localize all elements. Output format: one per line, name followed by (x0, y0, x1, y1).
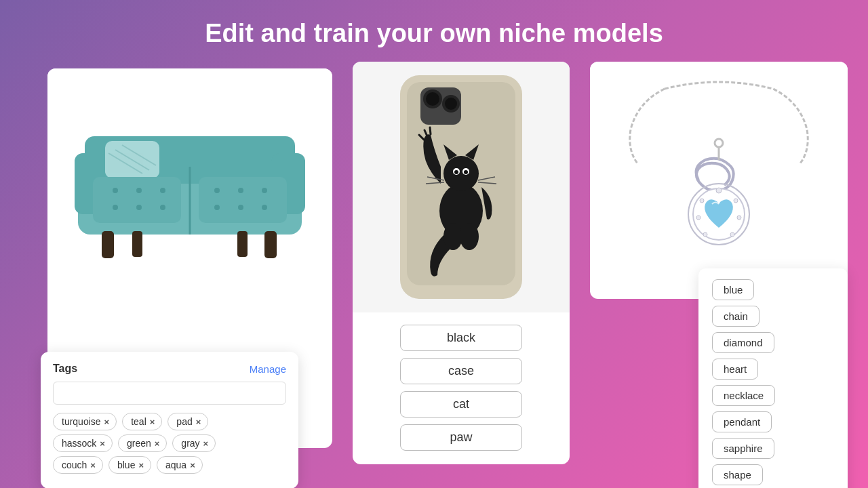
svg-point-58 (730, 232, 734, 237)
svg-point-24 (214, 205, 220, 210)
svg-point-33 (445, 98, 457, 110)
svg-point-23 (262, 188, 267, 193)
jewelry-tag-blue: blue (712, 279, 754, 300)
svg-point-52 (715, 139, 723, 147)
svg-point-59 (700, 199, 704, 203)
tag-hassock-remove[interactable]: × (100, 439, 105, 449)
tag-aqua-remove[interactable]: × (190, 460, 195, 470)
svg-point-46 (464, 170, 468, 174)
svg-point-20 (160, 205, 165, 210)
sofa-illustration (64, 85, 315, 268)
tags-panel: Tags Manage turquoise × teal × pad × (41, 352, 298, 488)
svg-point-25 (238, 205, 243, 210)
tag-blue-remove[interactable]: × (138, 460, 144, 470)
phone-tag-case: case (400, 358, 522, 384)
svg-rect-10 (132, 231, 142, 257)
tag-green-remove[interactable]: × (155, 439, 160, 449)
svg-point-57 (737, 216, 741, 220)
manage-link[interactable]: Manage (250, 363, 286, 375)
card-phone: black case cat paw (353, 62, 570, 464)
tag-hassock: hassock × (53, 434, 113, 452)
sofa-image (47, 68, 332, 285)
svg-point-55 (716, 188, 722, 193)
svg-point-22 (238, 188, 243, 193)
tag-pad-remove[interactable]: × (196, 417, 201, 427)
jewelry-tag-diamond: diamond (712, 332, 774, 353)
cards-row: Tags Manage turquoise × teal × pad × (47, 68, 821, 464)
jewelry-tags-panel: blue chain diamond heart necklace pendan… (698, 268, 848, 488)
card-sofa: Tags Manage turquoise × teal × pad × (47, 68, 332, 448)
tags-input[interactable] (53, 382, 286, 405)
svg-rect-9 (102, 231, 114, 258)
phone-case-illustration (387, 68, 536, 306)
tag-green: green × (118, 434, 167, 452)
svg-point-15 (113, 188, 118, 193)
necklace-illustration (610, 68, 827, 285)
phone-case-image (353, 62, 570, 312)
svg-point-31 (426, 92, 439, 106)
svg-point-35 (443, 156, 479, 191)
tag-pad: pad × (167, 413, 208, 430)
svg-point-17 (160, 188, 165, 193)
card-jewelry (590, 62, 848, 299)
tags-row-3: couch × blue × aqua × (53, 456, 286, 474)
svg-point-41 (443, 223, 462, 250)
tags-label: Tags (53, 363, 77, 375)
tag-gray-remove[interactable]: × (203, 439, 209, 449)
svg-point-21 (214, 188, 220, 193)
jewelry-tag-necklace: necklace (712, 385, 775, 406)
svg-point-16 (136, 188, 142, 193)
tag-turquoise-remove[interactable]: × (104, 417, 110, 427)
tag-couch-remove[interactable]: × (90, 460, 96, 470)
phone-tag-paw: paw (400, 424, 522, 451)
svg-point-26 (262, 205, 267, 210)
tag-teal-remove[interactable]: × (150, 417, 155, 427)
tags-row-2: hassock × green × gray × (53, 434, 286, 452)
svg-point-60 (696, 216, 701, 220)
phone-tags-list: black case cat paw (400, 325, 522, 451)
tag-aqua: aqua × (157, 456, 203, 474)
tag-turquoise: turquoise × (53, 413, 117, 430)
tag-gray: gray × (172, 434, 216, 452)
svg-point-42 (460, 223, 479, 250)
phone-tag-cat: cat (400, 391, 522, 418)
jewelry-image (590, 62, 848, 292)
jewelry-tag-chain: chain (712, 306, 760, 327)
jewelry-tag-shape: shape (712, 464, 763, 485)
phone-tag-black: black (400, 325, 522, 351)
svg-point-56 (734, 199, 738, 203)
svg-point-19 (136, 205, 142, 210)
svg-point-18 (113, 205, 118, 210)
jewelry-tag-pendant: pendant (712, 411, 772, 432)
tag-blue: blue × (108, 456, 151, 474)
svg-rect-12 (264, 231, 277, 258)
tags-header: Tags Manage (53, 363, 286, 375)
jewelry-tag-heart: heart (712, 359, 758, 380)
svg-point-45 (454, 170, 458, 174)
page-title: Edit and train your own niche models (205, 19, 663, 48)
svg-rect-11 (237, 231, 248, 257)
tag-couch: couch × (53, 456, 103, 474)
tag-teal: teal × (122, 413, 162, 430)
svg-rect-14 (199, 177, 287, 223)
tags-row-1: turquoise × teal × pad × (53, 413, 286, 430)
svg-line-40 (430, 127, 431, 134)
svg-rect-13 (93, 177, 181, 223)
svg-point-61 (703, 232, 707, 237)
card-jewelry-wrapper: blue chain diamond heart necklace pendan… (590, 68, 848, 299)
jewelry-tag-sapphire: sapphire (712, 438, 774, 459)
